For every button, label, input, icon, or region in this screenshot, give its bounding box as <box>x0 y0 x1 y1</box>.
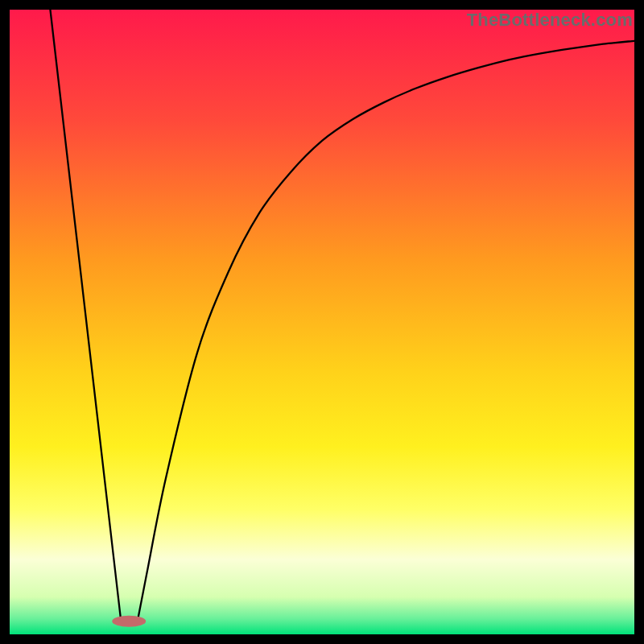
bottleneck-marker-icon <box>112 616 146 627</box>
chart-frame: TheBottleneck.com <box>10 10 634 634</box>
bottleneck-chart <box>10 10 634 634</box>
gradient-background <box>10 10 634 634</box>
watermark-text: TheBottleneck.com <box>467 10 633 31</box>
